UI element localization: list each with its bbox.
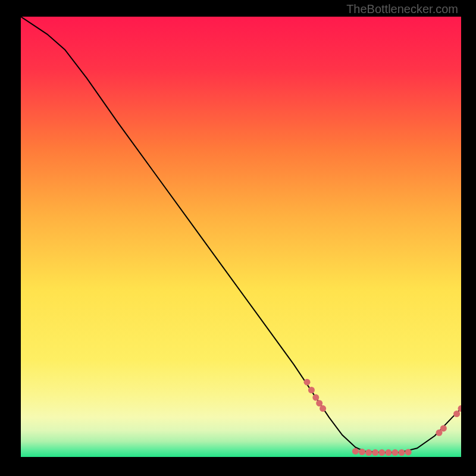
data-point xyxy=(312,394,319,401)
data-point xyxy=(320,405,326,412)
watermark-text: TheBottlenecker.com xyxy=(346,2,458,16)
gradient-background xyxy=(21,17,461,457)
data-point xyxy=(359,449,365,455)
data-point xyxy=(399,449,405,456)
data-point xyxy=(308,387,315,393)
data-point xyxy=(304,379,311,386)
data-point xyxy=(405,449,412,455)
data-point xyxy=(440,425,447,431)
data-point xyxy=(453,411,460,417)
data-point xyxy=(352,448,359,455)
data-point xyxy=(365,449,372,456)
bottleneck-curve-chart xyxy=(21,17,461,457)
data-point xyxy=(378,449,385,456)
chart-container xyxy=(21,17,461,457)
data-point xyxy=(372,449,378,456)
data-point xyxy=(385,449,392,456)
data-point xyxy=(392,449,399,456)
